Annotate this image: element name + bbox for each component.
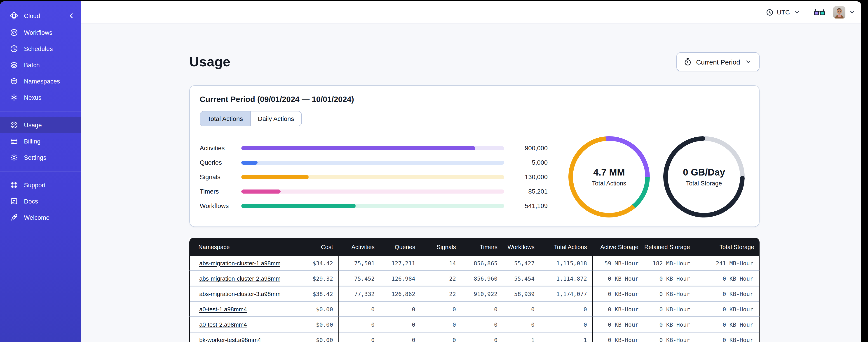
- cell-total-actions: 1: [540, 332, 592, 342]
- app-window: Cloud WorkflowsSchedulesBatchNamespacesN…: [0, 1, 861, 342]
- sidebar-item-cloud[interactable]: Cloud: [0, 8, 81, 24]
- bar-track: [241, 204, 504, 208]
- bar-value: 5,000: [504, 159, 548, 166]
- chevron-left-icon[interactable]: [67, 12, 75, 20]
- cell-cost: $34.42: [280, 256, 338, 270]
- table-row: a0-test-2.a98mm4$0.000000000 KB-Hour0 KB…: [189, 316, 760, 332]
- table-row: abs-migration-cluster-3.a98mm4$38.4277,3…: [189, 285, 760, 301]
- table-row: abs-migration-cluster-2.a98mm4$29.3275,4…: [189, 270, 760, 285]
- cell-queries: 0: [380, 316, 421, 332]
- cell-retained-storage: 0 KB-Hour: [644, 316, 695, 332]
- bar-value: 541,109: [504, 202, 548, 209]
- namespace-link[interactable]: a0-test-1.a98mm4: [199, 306, 247, 312]
- bar-label: Workflows: [200, 202, 241, 209]
- cell-cost: $38.42: [280, 285, 338, 301]
- stage: Cloud WorkflowsSchedulesBatchNamespacesN…: [0, 0, 868, 342]
- donut-total-storage: 0 GB/DayTotal Storage: [663, 136, 745, 217]
- sidebar-item-support[interactable]: Support: [0, 177, 81, 193]
- sidebar-item-label: Usage: [24, 122, 42, 128]
- cell-signals: 22: [421, 285, 461, 301]
- tab-daily-actions[interactable]: Daily Actions: [250, 111, 301, 126]
- cell-total-actions: 1,174,077: [540, 285, 592, 301]
- sidebar-item-docs[interactable]: Docs: [0, 193, 81, 209]
- sidebar-item-label: Welcome: [24, 214, 50, 221]
- usage-summary-card: Current Period (09/01/2024 — 10/01/2024)…: [189, 85, 760, 227]
- donut-label: Total Storage: [686, 180, 722, 187]
- sidebar-cloud-label: Cloud: [24, 12, 40, 19]
- sidebar-item-namespaces[interactable]: Namespaces: [0, 73, 81, 89]
- cell-active-storage: 0 KB-Hour: [592, 270, 644, 285]
- table-row: a0-test-1.a98mm4$0.000000000 KB-Hour0 KB…: [189, 301, 760, 316]
- bar-row-timers: Timers85,201: [200, 184, 548, 199]
- user-avatar[interactable]: [833, 6, 845, 18]
- cell-timers: 0: [461, 332, 503, 342]
- sidebar-item-label: Batch: [24, 62, 40, 68]
- chart-row: Activities900,000Queries5,000Signals130,…: [200, 136, 749, 217]
- sidebar-item-batch[interactable]: Batch: [0, 57, 81, 73]
- chevron-down-icon[interactable]: [849, 9, 855, 15]
- bar-value: 85,201: [504, 188, 548, 195]
- namespace-link[interactable]: bk-worker-test.a98mm4: [199, 336, 261, 342]
- column-header-workflows: Workflows: [503, 238, 540, 256]
- sidebar: Cloud WorkflowsSchedulesBatchNamespacesN…: [0, 1, 81, 342]
- welcome-rocket-icon: [10, 213, 18, 221]
- donut-total-actions: 4.7 MMTotal Actions: [568, 136, 650, 217]
- namespace-link[interactable]: abs-migration-cluster-3.a98mm4: [199, 290, 280, 297]
- bar-track: [241, 161, 504, 165]
- cell-cost: $0.00: [280, 332, 338, 342]
- cell-active-storage: 0 KB-Hour: [592, 316, 644, 332]
- namespace-link[interactable]: abs-migration-cluster-2.a98mm4: [199, 275, 280, 282]
- cell-total-storage: 0 KB-Hour: [695, 285, 760, 301]
- period-selector-button[interactable]: Current Period: [677, 52, 760, 71]
- column-header-activities: Activities: [338, 238, 380, 256]
- sidebar-item-nexus[interactable]: Nexus: [0, 89, 81, 106]
- timezone-selector[interactable]: UTC: [766, 8, 801, 16]
- bar-row-signals: Signals130,000: [200, 170, 548, 184]
- sidebar-item-billing[interactable]: Billing: [0, 133, 81, 149]
- bar-track: [241, 189, 504, 193]
- cell-total-storage: 0 KB-Hour: [695, 301, 760, 316]
- cell-namespace: abs-migration-cluster-3.a98mm4: [189, 285, 280, 301]
- cell-workflows: 1: [503, 332, 540, 342]
- cell-namespace: bk-worker-test.a98mm4: [189, 332, 280, 342]
- glasses-icon[interactable]: [814, 8, 825, 16]
- tab-total-actions[interactable]: Total Actions: [200, 111, 250, 126]
- bar-row-activities: Activities900,000: [200, 141, 548, 155]
- bar-track: [241, 146, 504, 150]
- bar-fill: [241, 204, 355, 208]
- cell-namespace: a0-test-2.a98mm4: [189, 316, 280, 332]
- sidebar-item-usage[interactable]: Usage: [0, 117, 81, 133]
- sidebar-item-label: Nexus: [24, 94, 41, 101]
- sidebar-item-label: Schedules: [24, 45, 53, 52]
- temporal-cloud-logo-icon: [10, 12, 18, 20]
- content-container: Usage Current Period Current Period (09/…: [189, 24, 760, 342]
- namespace-link[interactable]: abs-migration-cluster-1.a98mm4: [199, 260, 280, 266]
- sidebar-item-welcome[interactable]: Welcome: [0, 209, 81, 226]
- cell-activities: 0: [338, 301, 380, 316]
- donut-center-text: 0 GB/DayTotal Storage: [663, 136, 745, 217]
- sidebar-item-settings[interactable]: Settings: [0, 149, 81, 166]
- table-row: abs-migration-cluster-1.a98mm4$34.4275,5…: [189, 256, 760, 270]
- cell-retained-storage: 0 KB-Hour: [644, 332, 695, 342]
- sidebar-item-label: Docs: [24, 198, 38, 205]
- cell-total-storage: 0 KB-Hour: [695, 316, 760, 332]
- cell-timers: 0: [461, 316, 503, 332]
- sidebar-item-label: Settings: [24, 154, 46, 161]
- cell-activities: 0: [338, 332, 380, 342]
- cell-activities: 0: [338, 316, 380, 332]
- cell-signals: 0: [421, 332, 461, 342]
- cell-timers: 856,960: [461, 270, 503, 285]
- cell-workflows: 58,939: [503, 285, 540, 301]
- namespace-link[interactable]: a0-test-2.a98mm4: [199, 321, 247, 328]
- cell-workflows: 55,454: [503, 270, 540, 285]
- bar-label: Timers: [200, 188, 241, 195]
- bar-fill: [241, 161, 257, 165]
- batch-icon: [10, 61, 18, 69]
- chevron-down-icon: [793, 8, 801, 16]
- sidebar-item-schedules[interactable]: Schedules: [0, 41, 81, 57]
- sidebar-item-workflows[interactable]: Workflows: [0, 24, 81, 41]
- cell-retained-storage: 0 KB-Hour: [644, 285, 695, 301]
- cell-active-storage: 0 KB-Hour: [592, 332, 644, 342]
- cell-active-storage: 0 KB-Hour: [592, 301, 644, 316]
- cell-total-actions: 0: [540, 301, 592, 316]
